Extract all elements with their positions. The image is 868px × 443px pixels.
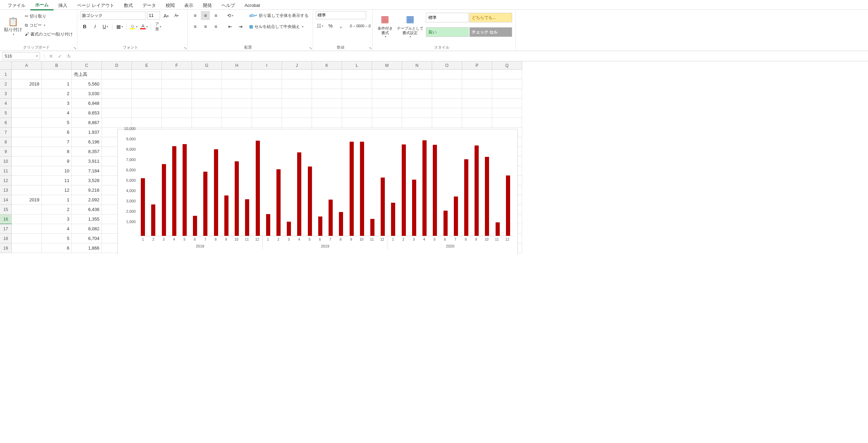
cell[interactable]: 2,092 bbox=[72, 195, 102, 205]
cell[interactable] bbox=[462, 89, 492, 99]
cell[interactable]: 3,911 bbox=[72, 157, 102, 166]
cell[interactable] bbox=[312, 70, 342, 79]
border-button[interactable]: ▦▾ bbox=[115, 22, 124, 31]
cell[interactable] bbox=[402, 108, 432, 118]
row-header[interactable]: 19 bbox=[0, 243, 12, 253]
cell[interactable] bbox=[222, 79, 252, 89]
cell[interactable] bbox=[312, 108, 342, 118]
cell[interactable] bbox=[12, 157, 42, 166]
row-header[interactable]: 14 bbox=[0, 195, 12, 205]
cell[interactable] bbox=[342, 70, 372, 79]
cell[interactable] bbox=[252, 70, 282, 79]
column-header[interactable]: I bbox=[252, 61, 282, 70]
style-cell[interactable]: 良い bbox=[426, 27, 469, 37]
cell[interactable]: 3 bbox=[42, 99, 72, 108]
name-box[interactable]: S16 ▾ bbox=[2, 52, 40, 60]
cell[interactable] bbox=[252, 108, 282, 118]
cell[interactable]: 2 bbox=[42, 89, 72, 99]
ribbon-tab-数式[interactable]: 数式 bbox=[119, 1, 138, 10]
cell[interactable] bbox=[342, 118, 372, 128]
row-header[interactable]: 9 bbox=[0, 147, 12, 157]
cell[interactable] bbox=[492, 99, 522, 108]
cell[interactable] bbox=[312, 89, 342, 99]
accounting-format-button[interactable]: ☷▾ bbox=[316, 21, 325, 30]
row-header[interactable]: 18 bbox=[0, 234, 12, 243]
ribbon-tab-表示[interactable]: 表示 bbox=[179, 1, 198, 10]
cell[interactable] bbox=[342, 89, 372, 99]
cell[interactable]: 7,184 bbox=[72, 166, 102, 176]
dialog-launcher-icon[interactable]: ⤡ bbox=[74, 46, 76, 50]
cell[interactable] bbox=[372, 70, 402, 79]
cell[interactable] bbox=[12, 99, 42, 108]
row-header[interactable]: 12 bbox=[0, 176, 12, 185]
cell[interactable] bbox=[432, 70, 462, 79]
cell[interactable] bbox=[12, 128, 42, 137]
format-as-table-button[interactable]: ▦ テーブルとして 書式設定 ▾ bbox=[395, 11, 426, 41]
style-cell[interactable]: どちらでも... bbox=[469, 13, 512, 22]
cell[interactable] bbox=[12, 89, 42, 99]
row-header[interactable]: 11 bbox=[0, 166, 12, 176]
cell[interactable]: 2019 bbox=[12, 195, 42, 205]
ribbon-tab-校閲[interactable]: 校閲 bbox=[161, 1, 179, 10]
cell[interactable]: 9,216 bbox=[72, 185, 102, 195]
font-size-select[interactable] bbox=[147, 11, 160, 20]
cell[interactable] bbox=[312, 79, 342, 89]
cell[interactable] bbox=[492, 89, 522, 99]
cell[interactable]: 10 bbox=[42, 166, 72, 176]
font-name-select[interactable] bbox=[80, 11, 146, 20]
ribbon-tab-ホーム[interactable]: ホーム bbox=[30, 0, 53, 10]
cell[interactable] bbox=[462, 99, 492, 108]
cell[interactable] bbox=[222, 99, 252, 108]
align-middle-button[interactable]: ≡ bbox=[201, 11, 210, 20]
cell[interactable] bbox=[12, 147, 42, 157]
cell[interactable] bbox=[222, 70, 252, 79]
column-header[interactable]: O bbox=[432, 61, 462, 70]
align-right-button[interactable]: ≡ bbox=[211, 22, 220, 31]
decrease-decimal-button[interactable]: .00→.0 bbox=[361, 21, 370, 30]
cell[interactable] bbox=[132, 99, 162, 108]
cell[interactable] bbox=[222, 118, 252, 128]
cell[interactable] bbox=[102, 99, 132, 108]
align-top-button[interactable]: ≡ bbox=[191, 11, 199, 20]
style-cell[interactable]: チェック セル bbox=[469, 27, 512, 37]
copy-button[interactable]: ⧉ コピー ▾ bbox=[23, 21, 74, 30]
cell[interactable] bbox=[432, 79, 462, 89]
cell[interactable] bbox=[162, 89, 192, 99]
cell[interactable] bbox=[372, 108, 402, 118]
decrease-font-button[interactable]: A▾ bbox=[172, 11, 181, 20]
cell[interactable] bbox=[312, 118, 342, 128]
column-header[interactable]: Q bbox=[492, 61, 522, 70]
cell[interactable]: 6,948 bbox=[72, 99, 102, 108]
ribbon-tab-ヘルプ[interactable]: ヘルプ bbox=[217, 1, 240, 10]
select-all-corner[interactable] bbox=[0, 61, 12, 70]
cell[interactable] bbox=[222, 89, 252, 99]
cell[interactable] bbox=[402, 89, 432, 99]
cell[interactable] bbox=[282, 89, 312, 99]
cell[interactable] bbox=[372, 118, 402, 128]
cell[interactable] bbox=[162, 79, 192, 89]
fill-color-button[interactable]: ◇▾ bbox=[129, 22, 138, 31]
comma-button[interactable]: , bbox=[337, 21, 345, 30]
cell[interactable] bbox=[162, 70, 192, 79]
cell[interactable]: 6,704 bbox=[72, 234, 102, 243]
row-header[interactable]: 13 bbox=[0, 185, 12, 195]
cell[interactable] bbox=[192, 108, 222, 118]
cell[interactable] bbox=[462, 108, 492, 118]
bold-button[interactable]: B bbox=[80, 22, 89, 31]
cell[interactable] bbox=[312, 99, 342, 108]
cell[interactable] bbox=[102, 89, 132, 99]
cell[interactable] bbox=[102, 70, 132, 79]
row-header[interactable]: 7 bbox=[0, 128, 12, 137]
phonetic-button[interactable]: ア亜▾ bbox=[154, 22, 163, 31]
cell[interactable]: 1 bbox=[42, 195, 72, 205]
cell[interactable]: 5 bbox=[42, 118, 72, 128]
cell[interactable] bbox=[12, 234, 42, 243]
cell[interactable]: 8,357 bbox=[72, 147, 102, 157]
ribbon-tab-開発[interactable]: 開発 bbox=[198, 1, 217, 10]
cell[interactable]: 1,866 bbox=[72, 243, 102, 253]
cell[interactable] bbox=[42, 70, 72, 79]
cell[interactable] bbox=[492, 108, 522, 118]
cell[interactable]: 3 bbox=[42, 214, 72, 224]
cell[interactable] bbox=[12, 166, 42, 176]
cell[interactable] bbox=[492, 79, 522, 89]
